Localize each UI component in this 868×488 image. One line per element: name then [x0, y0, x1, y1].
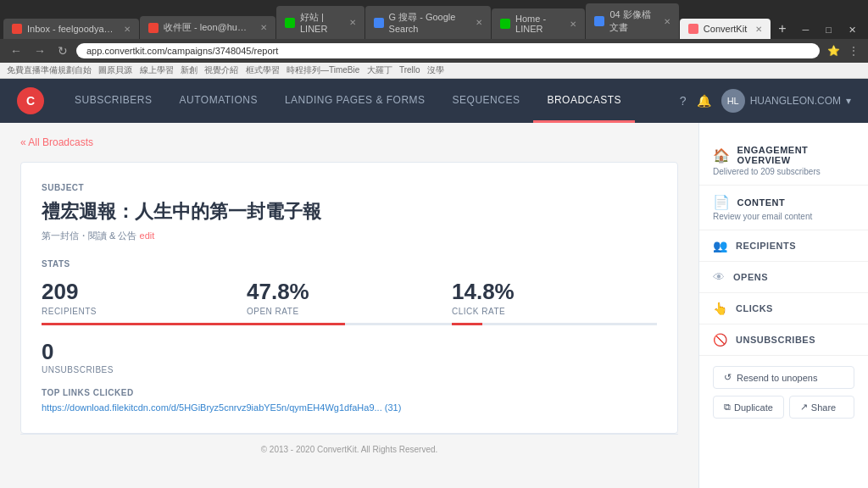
tab-close-icon[interactable]: ✕: [349, 18, 356, 27]
unsubscribes-value: 0: [42, 339, 657, 365]
top-links-label: TOP LINKS CLICKED: [42, 388, 657, 397]
footer-text: © 2013 - 2020 ConvertKit. All Rights Res…: [261, 445, 438, 454]
recipients-label: RECIPIENTS: [42, 307, 247, 316]
stats-row: 209 RECIPIENTS 47.8% OPEN RATE 14.8% CLI…: [42, 279, 657, 325]
open-rate-bar-fill: [247, 323, 345, 325]
tab-favicon: [285, 18, 295, 28]
breadcrumb[interactable]: « All Broadcasts: [20, 136, 678, 148]
nav-landing-pages[interactable]: Landing Pages & Forms: [271, 79, 439, 123]
nav-items: Subscribers Automations Landing Pages & …: [61, 79, 680, 123]
open-rate-label: OPEN RATE: [247, 307, 452, 316]
tab-favicon: [500, 19, 510, 29]
nav-sequences[interactable]: Sequences: [439, 79, 534, 123]
user-menu[interactable]: HL HUANGLEON.COM ▾: [721, 89, 851, 113]
stat-open-rate: 47.8% OPEN RATE: [247, 279, 452, 325]
opens-icon: 👁: [713, 270, 725, 284]
resend-to-unopens-button[interactable]: ↺ Resend to unopens: [713, 366, 854, 389]
clicks-nav-label: CLICKS: [736, 303, 773, 313]
right-sidebar: 🏠 ENGAGEMENT OVERVIEW Delivered to 209 s…: [698, 123, 868, 488]
new-tab-button[interactable]: +: [771, 19, 793, 39]
close-button[interactable]: ✕: [840, 21, 865, 39]
user-name: HUANGLEON.COM: [750, 95, 841, 107]
sidebar-recipients[interactable]: 👥 RECIPIENTS: [699, 230, 868, 262]
chevron-down-icon: ▾: [846, 95, 851, 107]
edit-link[interactable]: edit: [140, 230, 155, 241]
content-title: 📄 CONTENT: [713, 194, 854, 210]
extensions-icon[interactable]: ⭐: [825, 43, 843, 58]
os-toolbar: 免費直播準備規劃自始 圖原貝源 線上學習 新創 視覺介紹 框式學習 時程排列—T…: [0, 63, 868, 79]
nav-broadcasts[interactable]: Broadcasts: [533, 79, 635, 123]
click-rate-bar-fill: [452, 323, 482, 325]
main-wrapper: « All Broadcasts SUBJECT 禮宏週報：人生中的第一封電子報…: [0, 123, 868, 488]
content-area: « All Broadcasts SUBJECT 禮宏週報：人生中的第一封電子報…: [0, 123, 698, 488]
tab-close-icon[interactable]: ✕: [664, 17, 670, 26]
btn-row: ⧉ Duplicate ↗ Share: [713, 396, 854, 419]
nav-subscribers[interactable]: Subscribers: [61, 79, 166, 123]
recipients-bar: [42, 323, 247, 325]
recipients-nav-label: RECIPIENTS: [736, 241, 796, 251]
forward-button[interactable]: →: [31, 42, 49, 59]
unsubscribes-icon: 🚫: [713, 333, 727, 347]
tab-label: 好站 | LINER: [300, 11, 341, 34]
sidebar-unsubscribes[interactable]: 🚫 UNSUBSCRIBES: [699, 324, 868, 356]
tab-close-icon[interactable]: ✕: [260, 23, 267, 32]
stat-click-rate: 14.8% CLICK RATE: [452, 279, 657, 325]
tab-favicon: [688, 24, 698, 34]
recipients-value: 209: [42, 279, 247, 305]
sidebar-actions: ↺ Resend to unopens ⧉ Duplicate ↗ Share: [699, 356, 868, 429]
tab-gmail1[interactable]: Inbox - feelgoodya@gmail.co... ✕: [3, 19, 139, 39]
share-button[interactable]: ↗ Share: [789, 396, 854, 419]
tab-doc[interactable]: 04 影像檔文書 ✕: [586, 3, 678, 39]
maximize-button[interactable]: □: [817, 21, 840, 39]
tab-google[interactable]: G 搜尋 - Google Search ✕: [365, 6, 491, 39]
click-rate-bar: [452, 323, 657, 325]
resend-icon: ↺: [724, 372, 732, 383]
tab-label: G 搜尋 - Google Search: [389, 11, 467, 34]
tab-favicon: [594, 16, 604, 26]
unsubscribes-section: 0 UNSUBSCRIBES: [42, 339, 657, 374]
tab-label: ConvertKit: [704, 24, 747, 34]
recipients-bar-fill: [42, 323, 247, 325]
sidebar-engagement-overview[interactable]: 🏠 ENGAGEMENT OVERVIEW Delivered to 209 s…: [699, 136, 868, 186]
duplicate-icon: ⧉: [724, 402, 731, 413]
avatar: HL: [721, 89, 745, 113]
tab-close-icon[interactable]: ✕: [755, 25, 762, 34]
sidebar-content[interactable]: 📄 CONTENT Review your email content: [699, 186, 868, 230]
report-card: SUBJECT 禮宏週報：人生中的第一封電子報 第一封信・閱讀 & 公告 edi…: [20, 162, 678, 434]
nav-automations[interactable]: Automations: [166, 79, 271, 123]
sidebar-opens[interactable]: 👁 OPENS: [699, 262, 868, 293]
top-link[interactable]: https://download.filekitcdn.com/d/5HGiBr…: [42, 402, 657, 413]
os-toolbar-text: 免費直播準備規劃自始 圖原貝源 線上學習 新創 視覺介紹 框式學習 時程排列—T…: [7, 64, 444, 76]
notification-icon[interactable]: 🔔: [697, 94, 711, 108]
minimize-button[interactable]: ─: [794, 21, 818, 39]
footer: © 2013 - 2020 ConvertKit. All Rights Res…: [20, 434, 678, 464]
tab-close-icon[interactable]: ✕: [476, 18, 482, 27]
unsubscribes-nav-label: UNSUBSCRIBES: [736, 335, 815, 345]
email-title: 禮宏週報：人生中的第一封電子報: [42, 199, 657, 225]
tab-close-icon[interactable]: ✕: [570, 19, 576, 29]
tab-close-icon[interactable]: ✕: [124, 25, 131, 34]
address-input[interactable]: [76, 43, 820, 58]
settings-icon[interactable]: ⋮: [846, 43, 861, 58]
nav-right: ? 🔔 HL HUANGLEON.COM ▾: [680, 89, 851, 113]
duplicate-button[interactable]: ⧉ Duplicate: [713, 396, 784, 419]
app-nav: C Subscribers Automations Landing Pages …: [0, 79, 868, 123]
browser-toolbar: ⭐ ⋮: [825, 43, 861, 58]
subject-label: SUBJECT: [42, 183, 657, 192]
content-icon: 📄: [713, 194, 731, 210]
sidebar-clicks[interactable]: 👆 CLICKS: [699, 293, 868, 324]
refresh-button[interactable]: ↻: [54, 42, 71, 59]
stat-recipients: 209 RECIPIENTS: [42, 279, 247, 325]
recipients-icon: 👥: [713, 239, 727, 252]
tab-convertkit[interactable]: ConvertKit ✕: [680, 19, 771, 39]
clicks-icon: 👆: [713, 302, 727, 315]
help-icon[interactable]: ?: [680, 94, 687, 108]
tab-favicon: [374, 18, 384, 28]
tab-bar: Inbox - feelgoodya@gmail.co... ✕ 收件匣 - l…: [0, 0, 868, 39]
tab-gmail2[interactable]: 收件匣 - leon@huangleon.co... ✕: [140, 16, 275, 39]
click-rate-label: CLICK RATE: [452, 307, 657, 316]
back-button[interactable]: ←: [7, 42, 25, 59]
tab-liner-home[interactable]: Home - LINER ✕: [492, 8, 585, 39]
engagement-overview-desc: Delivered to 209 subscribers: [713, 167, 854, 176]
tab-line[interactable]: 好站 | LINER ✕: [276, 6, 364, 39]
